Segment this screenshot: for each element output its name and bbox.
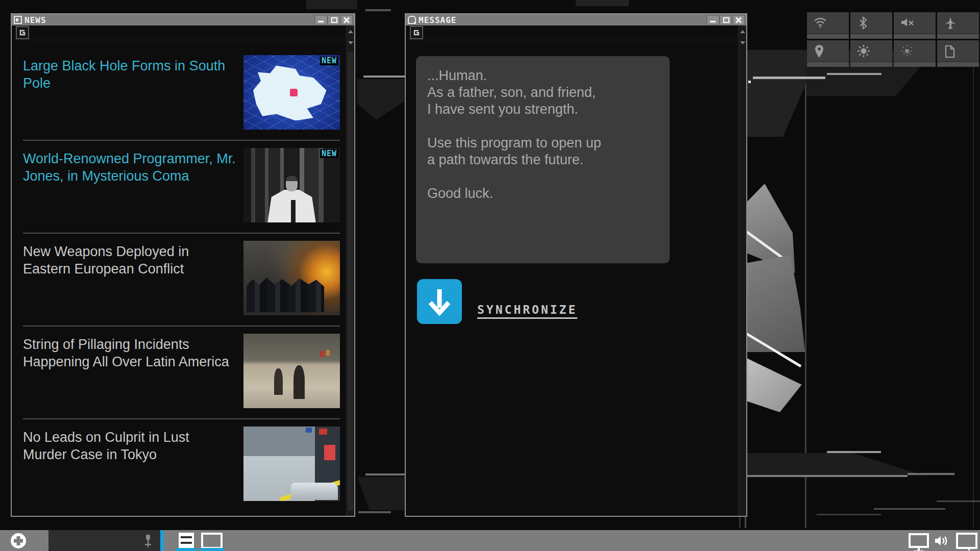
message-bubble-icon [201, 533, 223, 549]
news-content: Large Black Hole Forms in South Pole NEW… [12, 40, 346, 516]
news-window: NEWS Large Black Hole Forms in South Pol… [11, 13, 355, 517]
news-item[interactable]: New Weapons Deployed in Eastern European… [23, 239, 340, 327]
news-item[interactable]: String of Pillaging Incidents Happening … [23, 332, 340, 419]
settings-gear-icon [11, 533, 26, 548]
file-icon [944, 44, 956, 59]
thumbnail-art [291, 200, 296, 222]
tile-file[interactable] [937, 40, 979, 67]
news-thumbnail[interactable]: NEW [243, 55, 340, 130]
minimize-button[interactable] [707, 16, 719, 24]
bg-line [908, 473, 954, 475]
thumbnail-art [274, 368, 283, 395]
news-headline[interactable]: World-Renowned Programmer, Mr. Jones, in… [23, 148, 243, 233]
bg-line [937, 500, 980, 502]
message-app-icon [408, 16, 416, 24]
bg-polygon [745, 453, 924, 475]
scrollbar-thumb[interactable] [348, 52, 353, 511]
news-thumbnail[interactable] [243, 334, 340, 408]
bg-line [827, 73, 881, 75]
location-icon [814, 44, 825, 59]
news-headline[interactable]: New Weapons Deployed in Eastern European… [23, 241, 243, 325]
message-titlebar[interactable]: MESSAGE [406, 14, 746, 26]
bg-polygon [357, 79, 404, 120]
tile-volume-muted[interactable] [894, 12, 936, 39]
tray-display-button[interactable] [909, 530, 929, 551]
window-controls [706, 15, 745, 26]
news-headline[interactable]: Large Black Hole Forms in South Pole [23, 55, 243, 140]
tile-location[interactable] [807, 40, 849, 67]
news-headline[interactable]: No Leads on Culprit in Lust Murder Case … [23, 427, 243, 511]
thumbnail-art [293, 365, 305, 399]
close-button[interactable] [733, 16, 744, 24]
window-menu-button[interactable] [16, 26, 29, 39]
news-thumbnail[interactable] [243, 241, 340, 315]
new-badge: NEW [320, 57, 338, 65]
scroll-up-icon[interactable] [740, 30, 745, 33]
bg-line [363, 76, 405, 78]
desktop: NEWS Large Black Hole Forms in South Pol… [0, 0, 980, 551]
synchronize-link[interactable]: SYNCHRONIZE [477, 303, 577, 319]
synchronize-row: SYNCHRONIZE [417, 279, 738, 324]
bg-polygon [746, 50, 807, 137]
synchronize-button[interactable] [417, 279, 462, 324]
scroll-up-icon[interactable] [348, 30, 353, 33]
bg-polygon [357, 477, 406, 510]
message-bubble: ...Human. As a father, son, and friend, … [416, 56, 670, 263]
download-arrow-icon [428, 287, 451, 316]
news-thumbnail[interactable]: NEW [243, 148, 340, 222]
news-scrollbar[interactable] [346, 26, 354, 516]
tile-bluetooth[interactable] [850, 12, 892, 39]
notification-bubble-icon [956, 533, 977, 549]
tile-airplane-mode[interactable] [937, 12, 979, 39]
news-headline[interactable]: String of Pillaging Incidents Happening … [23, 334, 243, 418]
news-titlebar[interactable]: NEWS [12, 14, 354, 26]
thumbnail-art [291, 483, 338, 500]
bg-line [874, 508, 945, 510]
window-menu-button[interactable] [410, 26, 423, 39]
bg-diamond-facet [747, 255, 807, 352]
tray-notifications-button[interactable] [955, 530, 978, 551]
news-item[interactable]: Large Black Hole Forms in South Pole NEW [23, 53, 340, 141]
bg-dot [748, 81, 751, 83]
airplane-icon [944, 16, 957, 30]
window-controls [314, 15, 353, 26]
scroll-down-icon[interactable] [740, 41, 745, 44]
bg-line [358, 511, 391, 513]
message-body-text: ...Human. As a father, son, and friend, … [427, 67, 665, 202]
close-button[interactable] [341, 16, 352, 24]
brightness-high-icon [857, 44, 870, 58]
news-list: Large Black Hole Forms in South Pole NEW… [12, 40, 346, 511]
message-scrollbar[interactable] [738, 26, 746, 516]
menu-glyph-icon [413, 29, 420, 36]
message-toolbar [406, 26, 746, 40]
news-item[interactable]: No Leads on Culprit in Lust Murder Case … [23, 424, 340, 511]
maximize-button[interactable] [720, 16, 731, 24]
thumbnail-art [247, 274, 324, 312]
message-content: ...Human. As a father, son, and friend, … [406, 40, 738, 516]
maximize-button[interactable] [328, 16, 339, 24]
news-item[interactable]: World-Renowned Programmer, Mr. Jones, in… [23, 146, 340, 234]
tray-volume-button[interactable] [931, 530, 952, 551]
news-app-icon [14, 16, 22, 24]
pinned-lamp-button[interactable] [140, 530, 156, 551]
news-thumbnail[interactable] [243, 427, 340, 501]
scroll-down-icon[interactable] [348, 41, 353, 44]
volume-muted-icon [900, 16, 915, 29]
bg-block [576, 0, 629, 6]
tile-brightness-low[interactable] [894, 40, 936, 67]
wifi-icon [814, 16, 827, 29]
display-icon [909, 533, 929, 548]
minimize-button[interactable] [315, 16, 327, 24]
news-window-title: NEWS [24, 15, 46, 25]
taskbar-cyan-separator [160, 530, 164, 551]
tile-brightness-high[interactable] [850, 40, 892, 67]
bg-line [827, 451, 881, 453]
active-app-indicator [176, 548, 197, 551]
new-badge: NEW [320, 149, 338, 158]
message-window-title: MESSAGE [419, 15, 456, 25]
start-button[interactable] [8, 530, 29, 551]
bg-line [365, 473, 405, 475]
bluetooth-icon [857, 16, 869, 30]
message-window: MESSAGE ...Human. As a father, son, and … [405, 13, 747, 517]
tile-wifi[interactable] [807, 12, 849, 39]
